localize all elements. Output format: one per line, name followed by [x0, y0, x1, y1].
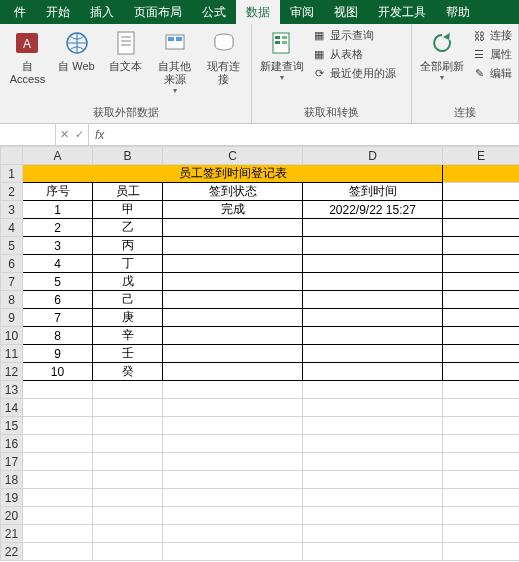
cell[interactable] [23, 381, 93, 399]
cell[interactable] [443, 201, 520, 219]
header-seq[interactable]: 序号 [23, 183, 93, 201]
row-header[interactable]: 12 [1, 363, 23, 381]
cell-emp[interactable]: 丙 [93, 237, 163, 255]
cell-status[interactable] [163, 327, 303, 345]
tab-review[interactable]: 审阅 [280, 0, 324, 24]
tab-help[interactable]: 帮助 [436, 0, 480, 24]
cell[interactable] [443, 381, 520, 399]
cell-time[interactable] [303, 309, 443, 327]
cell[interactable] [443, 327, 520, 345]
cell[interactable] [23, 417, 93, 435]
edit-links-button[interactable]: ✎编辑 [472, 66, 512, 81]
cell-emp[interactable]: 乙 [93, 219, 163, 237]
cell[interactable] [23, 543, 93, 561]
new-query-button[interactable]: 新建查询 ▾ [258, 28, 306, 82]
cell[interactable] [303, 489, 443, 507]
tab-home[interactable]: 开始 [36, 0, 80, 24]
cell-status[interactable] [163, 363, 303, 381]
row-header[interactable]: 2 [1, 183, 23, 201]
cell-status[interactable] [163, 309, 303, 327]
cell[interactable] [163, 507, 303, 525]
row-header[interactable]: 6 [1, 255, 23, 273]
col-header-A[interactable]: A [23, 147, 93, 165]
col-header-C[interactable]: C [163, 147, 303, 165]
col-header-D[interactable]: D [303, 147, 443, 165]
header-emp[interactable]: 员工 [93, 183, 163, 201]
row-header[interactable]: 20 [1, 507, 23, 525]
cell[interactable] [443, 165, 520, 183]
row-header[interactable]: 17 [1, 453, 23, 471]
row-header[interactable]: 13 [1, 381, 23, 399]
existing-connections-button[interactable]: 现有连接 [202, 28, 245, 86]
cell[interactable] [163, 489, 303, 507]
fx-icon[interactable]: fx [89, 128, 110, 142]
cell[interactable] [163, 543, 303, 561]
cell-status[interactable] [163, 255, 303, 273]
formula-input[interactable] [110, 124, 519, 145]
cell[interactable] [443, 543, 520, 561]
cell[interactable] [443, 435, 520, 453]
header-time[interactable]: 签到时间 [303, 183, 443, 201]
header-status[interactable]: 签到状态 [163, 183, 303, 201]
cell-time[interactable] [303, 345, 443, 363]
cell-seq[interactable]: 7 [23, 309, 93, 327]
cell-emp[interactable]: 癸 [93, 363, 163, 381]
cell[interactable] [443, 291, 520, 309]
tab-insert[interactable]: 插入 [80, 0, 124, 24]
cell-emp[interactable]: 庚 [93, 309, 163, 327]
enter-icon[interactable]: ✓ [75, 128, 84, 141]
row-header[interactable]: 7 [1, 273, 23, 291]
cell[interactable] [443, 525, 520, 543]
cell-time[interactable] [303, 273, 443, 291]
cell[interactable] [93, 399, 163, 417]
cell[interactable] [163, 381, 303, 399]
cell[interactable] [93, 417, 163, 435]
row-header[interactable]: 5 [1, 237, 23, 255]
cell-seq[interactable]: 6 [23, 291, 93, 309]
show-queries-button[interactable]: ▦显示查询 [312, 28, 396, 43]
cell[interactable] [23, 453, 93, 471]
row-header[interactable]: 8 [1, 291, 23, 309]
cell-status[interactable]: 完成 [163, 201, 303, 219]
tab-view[interactable]: 视图 [324, 0, 368, 24]
cell-time[interactable]: 2022/9/22 15:27 [303, 201, 443, 219]
from-text-button[interactable]: 自文本 [104, 28, 147, 73]
cell[interactable] [93, 543, 163, 561]
cell[interactable] [443, 489, 520, 507]
cell[interactable] [443, 309, 520, 327]
cell[interactable] [93, 525, 163, 543]
cell[interactable] [443, 363, 520, 381]
cell[interactable] [443, 453, 520, 471]
cell[interactable] [303, 381, 443, 399]
cell[interactable] [443, 471, 520, 489]
cell[interactable] [303, 399, 443, 417]
cell[interactable] [443, 255, 520, 273]
cell[interactable] [93, 489, 163, 507]
cell[interactable] [443, 219, 520, 237]
cell[interactable] [93, 453, 163, 471]
cell-seq[interactable]: 4 [23, 255, 93, 273]
cell-emp[interactable]: 辛 [93, 327, 163, 345]
cell[interactable] [443, 399, 520, 417]
connections-button[interactable]: ⛓连接 [472, 28, 512, 43]
row-header[interactable]: 19 [1, 489, 23, 507]
row-header[interactable]: 18 [1, 471, 23, 489]
cell[interactable] [443, 345, 520, 363]
cell[interactable] [163, 399, 303, 417]
cell[interactable] [303, 453, 443, 471]
row-header[interactable]: 21 [1, 525, 23, 543]
cell-seq[interactable]: 8 [23, 327, 93, 345]
title-cell[interactable]: 员工签到时间登记表 [23, 165, 443, 183]
properties-button[interactable]: ☰属性 [472, 47, 512, 62]
row-header[interactable]: 16 [1, 435, 23, 453]
from-web-button[interactable]: 自 Web [55, 28, 98, 73]
cell[interactable] [93, 471, 163, 489]
cell[interactable] [23, 525, 93, 543]
cell-seq[interactable]: 1 [23, 201, 93, 219]
row-header[interactable]: 22 [1, 543, 23, 561]
cell[interactable] [443, 507, 520, 525]
cell-time[interactable] [303, 255, 443, 273]
cell[interactable] [163, 525, 303, 543]
cell-status[interactable] [163, 291, 303, 309]
cell-status[interactable] [163, 273, 303, 291]
